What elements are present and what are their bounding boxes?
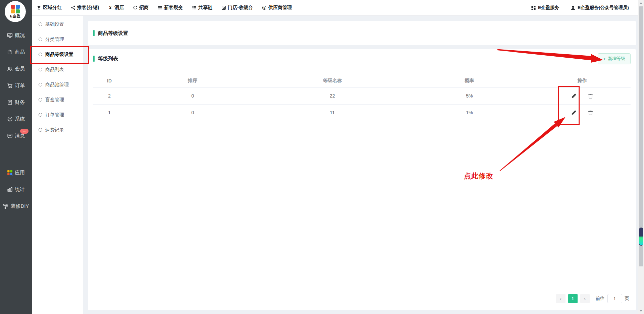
sidebar-item-overview[interactable]: 概况 <box>0 27 32 44</box>
gear-icon <box>7 116 13 122</box>
prev-page-button[interactable]: ‹ <box>556 294 566 303</box>
service-menu-label: E企盈服务 <box>538 5 559 11</box>
current-page-button[interactable]: 1 <box>568 294 578 303</box>
topnav-item-promoter[interactable]: 推客(分销) <box>71 5 99 11</box>
submenu-label: 商品列表 <box>45 67 64 73</box>
table-row: 2 0 22 5% <box>93 87 631 104</box>
submenu-item-goods-level[interactable]: 商品等级设置 <box>32 47 83 62</box>
topnav-label: 新客裂变 <box>164 5 183 11</box>
page-scrollbar[interactable] <box>638 0 644 314</box>
topnav-label: 推客(分销) <box>77 5 99 11</box>
sidebar-item-finance[interactable]: 财务 <box>0 94 32 111</box>
message-badge: … <box>20 129 29 134</box>
sidebar-item-label: 系统 <box>15 116 25 122</box>
delete-button[interactable] <box>587 109 594 116</box>
logo-text: E企盈 <box>10 14 20 19</box>
sidebar-item-apps[interactable]: 应用 <box>0 164 32 181</box>
goto-label: 前往 <box>596 296 605 302</box>
cell-prob: 5% <box>405 87 534 104</box>
extension-widget[interactable] <box>639 228 643 246</box>
cell-name: 22 <box>260 87 405 104</box>
storefront-icon <box>221 5 226 10</box>
supplier-icon: S <box>262 5 267 10</box>
col-header-sort: 排序 <box>125 74 260 87</box>
table-header-row: ID 排序 等级名称 概率 操作 <box>93 74 631 87</box>
submenu-label: 运费记录 <box>45 127 64 133</box>
grid-icon <box>531 5 536 10</box>
sidebar-item-goods[interactable]: 商品 <box>0 44 32 60</box>
goto-page-input[interactable] <box>607 294 622 303</box>
col-header-name: 等级名称 <box>260 74 405 87</box>
svg-text:S: S <box>263 6 265 9</box>
page-unit-label: 页 <box>625 296 630 302</box>
app-logo[interactable]: E企盈 <box>5 1 26 22</box>
sidebar-item-orders[interactable]: 订单 <box>0 77 32 94</box>
topnav-item-hotel[interactable]: ¥ 酒店 <box>108 5 124 11</box>
scroll-down-arrow-icon[interactable] <box>640 310 642 312</box>
scroll-up-arrow-icon[interactable] <box>640 2 642 4</box>
trash-icon <box>588 110 593 116</box>
stats-icon <box>7 187 13 192</box>
submenu-item-goods-pool[interactable]: 商品池管理 <box>32 77 83 92</box>
sidebar-item-stats[interactable]: 统计 <box>0 181 32 198</box>
submenu-item-blind-box[interactable]: 盲盒管理 <box>32 92 83 107</box>
radio-circle-icon <box>39 83 42 86</box>
radio-circle-icon <box>39 53 42 56</box>
submenu-label: 订单管理 <box>45 112 64 118</box>
logo-grid-icon <box>11 5 20 13</box>
submenu-item-basic-settings[interactable]: 基础设置 <box>32 17 83 32</box>
topnav-item-region-bonus[interactable]: 区域分红 <box>37 5 62 11</box>
apps-icon <box>7 170 13 176</box>
topnav-item-investment[interactable]: 招商 <box>133 5 149 11</box>
topnav-label: 共享链 <box>198 5 212 11</box>
menu-lines-icon <box>158 5 162 10</box>
pagination: ‹ 1 › 前往 页 <box>93 294 631 306</box>
topnav-item-supplier[interactable]: S 供应商管理 <box>262 5 292 11</box>
user-icon <box>571 5 576 10</box>
radio-circle-icon <box>39 128 42 132</box>
title-accent-bar <box>93 56 95 62</box>
submenu-item-category[interactable]: 分类管理 <box>32 32 83 47</box>
cell-id: 2 <box>93 87 125 104</box>
topnav-label: 供应商管理 <box>268 5 292 11</box>
topnav-item-share-chain[interactable]: 共享链 <box>192 5 212 11</box>
submenu-item-goods-list[interactable]: 商品列表 <box>32 62 83 77</box>
topnav-item-store-cashier[interactable]: 门店-收银台 <box>221 5 253 11</box>
topnav-item-fission[interactable]: 新客裂变 <box>158 5 183 11</box>
sidebar-item-messages[interactable]: 消息 … <box>0 127 32 144</box>
sidebar-item-label: 统计 <box>15 186 25 193</box>
page-title-card: 商品等级设置 <box>88 21 636 45</box>
cell-prob: 1% <box>405 104 534 121</box>
edit-button[interactable] <box>570 92 578 100</box>
topbar: 区域分红 推客(分销) ¥ 酒店 招商 新客裂变 共享链 门店-收银台 S 供应… <box>32 0 638 16</box>
page-title: 商品等级设置 <box>93 30 128 37</box>
submenu-label: 基础设置 <box>45 21 64 27</box>
message-icon <box>7 133 13 139</box>
service-menu-button[interactable]: E企盈服务 <box>531 5 559 11</box>
title-accent-bar <box>93 30 95 36</box>
delete-button[interactable] <box>587 92 594 100</box>
submenu-item-order-mgmt[interactable]: 订单管理 <box>32 107 83 122</box>
sidebar-item-members[interactable]: 会员 <box>0 60 32 77</box>
radio-circle-icon <box>39 22 42 26</box>
topbar-right: E企盈服务 E企盈服务(公众号管理员) <box>531 5 629 11</box>
sidebar-item-label: 订单 <box>15 82 25 89</box>
add-level-button[interactable]: + 新增等级 <box>598 53 631 64</box>
panel-title: 等级列表 <box>93 56 118 62</box>
topnav-label: 招商 <box>139 5 149 11</box>
submenu-item-freight-record[interactable]: 运费记录 <box>32 122 83 137</box>
svg-text:¥: ¥ <box>109 5 112 10</box>
edit-button[interactable] <box>570 109 578 116</box>
sidebar-secondary-nav: 应用 统计 装修DIY <box>0 164 32 214</box>
main-content: 商品等级设置 等级列表 + 新增等级 ID 排序 等级名称 概率 操作 <box>83 16 638 314</box>
sidebar-item-diy[interactable]: 装修DIY <box>0 198 32 214</box>
sidebar-item-system[interactable]: 系统 <box>0 111 32 127</box>
sidebar-main-nav: 概况 商品 会员 订单 财务 系统 消息 … <box>0 27 32 144</box>
radio-circle-icon <box>39 38 42 41</box>
cell-id: 1 <box>93 104 125 121</box>
account-menu-button[interactable]: E企盈服务(公众号管理员) <box>571 5 629 11</box>
submenu-sidebar: 基础设置 分类管理 商品等级设置 商品列表 商品池管理 盲盒管理 订单管理 运费… <box>32 16 83 314</box>
next-page-button[interactable]: › <box>580 294 590 303</box>
sidebar-item-label: 概况 <box>15 32 25 39</box>
cell-sort: 0 <box>125 87 260 104</box>
